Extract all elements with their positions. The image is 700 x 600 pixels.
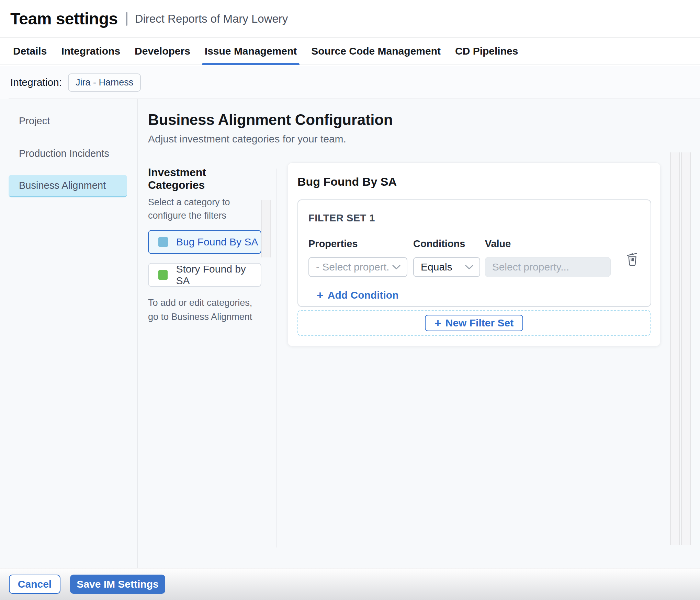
page-subtitle: Direct Reports of Mary Lowery xyxy=(135,12,288,25)
condition-select-value: Equals xyxy=(421,261,452,273)
categories-title: Investment Categories xyxy=(148,166,265,192)
section-heading: Business Alignment Configuration xyxy=(148,111,393,128)
main-heading-block: Business Alignment Configuration Adjust … xyxy=(148,111,393,145)
categories-footnote: To add or edit categories, go to Busines… xyxy=(148,296,263,324)
add-condition-button[interactable]: + Add Condition xyxy=(317,289,398,301)
properties-column-header: Properties xyxy=(308,238,407,250)
delete-condition-button[interactable] xyxy=(624,242,640,277)
app-header: Team settings Direct Reports of Mary Low… xyxy=(0,0,700,38)
title-separator xyxy=(126,12,127,26)
page-title: Team settings xyxy=(10,9,118,28)
column-divider xyxy=(276,169,276,547)
section-subheading: Adjust investment categories for your te… xyxy=(148,133,393,145)
tab-integrations[interactable]: Integrations xyxy=(61,38,120,65)
cancel-button[interactable]: Cancel xyxy=(9,575,60,594)
category-color-swatch-blue xyxy=(158,237,168,247)
chevron-down-icon xyxy=(465,265,473,270)
integration-bar: Integration: Jira - Harness xyxy=(0,66,700,99)
integration-chip[interactable]: Jira - Harness xyxy=(68,73,141,92)
property-select[interactable]: - Select propert... xyxy=(308,257,407,277)
content-area: Project Production Incidents Business Al… xyxy=(0,99,700,568)
sidebar-item-business-alignment[interactable]: Business Alignment xyxy=(9,175,127,197)
trash-icon xyxy=(626,251,639,266)
tab-source-code-management[interactable]: Source Code Management xyxy=(311,38,441,65)
property-select-placeholder: - Select propert... xyxy=(316,261,389,273)
tab-cd-pipelines[interactable]: CD Pipelines xyxy=(455,38,518,65)
filter-set-label: FILTER SET 1 xyxy=(308,212,640,224)
new-filter-set-button[interactable]: + New Filter Set xyxy=(425,315,523,331)
footer-action-bar: Cancel Save IM Settings xyxy=(0,568,700,600)
sidebar-item-production-incidents[interactable]: Production Incidents xyxy=(9,142,127,165)
chevron-down-icon xyxy=(392,265,400,270)
team-settings-page: Team settings Direct Reports of Mary Low… xyxy=(0,0,700,600)
investment-categories-panel: Investment Categories Select a category … xyxy=(148,166,265,324)
tab-developers[interactable]: Developers xyxy=(135,38,190,65)
conditions-column-header: Conditions xyxy=(413,238,480,250)
condition-select[interactable]: Equals xyxy=(413,257,480,277)
tab-details[interactable]: Details xyxy=(13,38,47,65)
new-filter-set-label: New Filter Set xyxy=(445,317,513,329)
settings-sidebar: Project Production Incidents Business Al… xyxy=(0,99,138,568)
tab-issue-management[interactable]: Issue Management xyxy=(205,38,297,65)
filter-set-1: FILTER SET 1 Properties - Select propert… xyxy=(297,199,651,307)
value-input[interactable] xyxy=(485,257,611,277)
page-scrollbar[interactable] xyxy=(681,152,691,545)
categories-helper-text: Select a category to configure the filte… xyxy=(148,196,263,222)
new-filter-set-dropzone: + New Filter Set xyxy=(297,310,651,336)
save-im-settings-button[interactable]: Save IM Settings xyxy=(70,575,165,594)
filter-condition-row: Properties - Select propert... Condition… xyxy=(308,238,640,277)
add-condition-label: Add Condition xyxy=(328,289,399,301)
filter-card-title: Bug Found By SA xyxy=(297,175,651,188)
category-label: Bug Found By SA xyxy=(176,236,258,248)
category-color-swatch-green xyxy=(158,270,168,280)
sidebar-item-project[interactable]: Project xyxy=(9,109,127,132)
category-list: Bug Found By SA Story Found by SA xyxy=(148,230,265,287)
tab-bar: Details Integrations Developers Issue Ma… xyxy=(0,38,700,65)
category-story-found-by-sa[interactable]: Story Found by SA xyxy=(148,263,261,287)
integration-label: Integration: xyxy=(10,77,62,88)
filter-config-card: Bug Found By SA FILTER SET 1 Properties … xyxy=(287,162,661,346)
category-label: Story Found by SA xyxy=(176,263,261,287)
plus-icon: + xyxy=(434,317,441,329)
panel-scrollbar[interactable] xyxy=(670,152,680,545)
category-list-scrollbar[interactable] xyxy=(261,200,271,257)
category-bug-found-by-sa[interactable]: Bug Found By SA xyxy=(148,230,261,254)
value-column-header: Value xyxy=(485,238,611,250)
plus-icon: + xyxy=(317,289,324,301)
